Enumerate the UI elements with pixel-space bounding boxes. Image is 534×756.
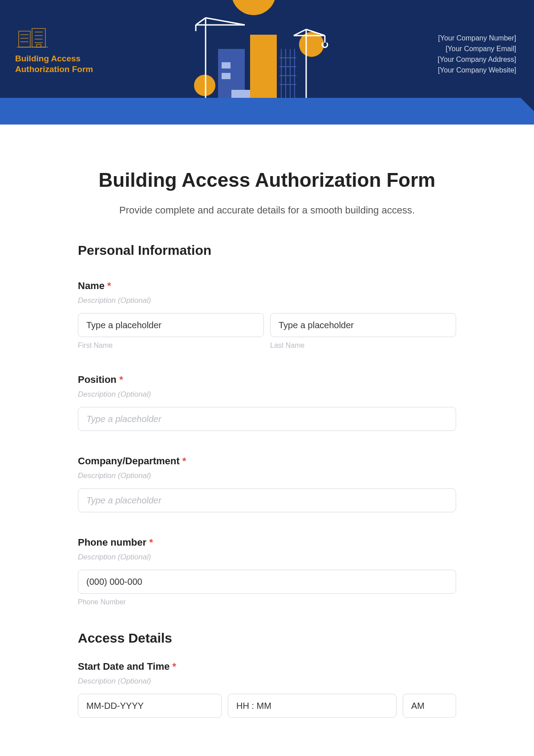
svg-rect-9 [36, 44, 41, 47]
company-number: [Your Company Number] [438, 33, 516, 44]
name-desc: Description (Optional) [78, 296, 456, 305]
required-marker: * [119, 374, 123, 385]
required-marker: * [182, 455, 186, 466]
phone-desc: Description (Optional) [78, 553, 456, 562]
required-marker: * [172, 661, 176, 672]
position-input[interactable] [78, 407, 456, 431]
company-email: [Your Company Email] [438, 44, 516, 54]
company-info: [Your Company Number] [Your Company Emai… [438, 33, 516, 76]
page-subtitle: Provide complete and accurate details fo… [78, 205, 456, 216]
logo-block: Building Access Authorization Form [15, 25, 93, 75]
position-desc: Description (Optional) [78, 390, 456, 399]
last-name-sublabel: Last Name [270, 342, 456, 350]
company-label: Company/Department * [78, 455, 456, 467]
svg-point-11 [231, 0, 276, 15]
form-content: Building Access Authorization Form Provi… [60, 125, 474, 756]
first-name-input[interactable] [78, 313, 264, 337]
field-phone: Phone number * Description (Optional) Ph… [78, 537, 456, 606]
header-banner: Building Access Authorization Form [0, 0, 534, 98]
svg-line-16 [196, 18, 206, 25]
company-input[interactable] [78, 488, 456, 512]
field-name: Name * Description (Optional) First Name… [78, 280, 456, 350]
logo-title: Building Access Authorization Form [15, 53, 93, 75]
company-desc: Description (Optional) [78, 471, 456, 480]
start-ampm-input[interactable] [403, 694, 456, 718]
required-marker: * [107, 280, 111, 291]
hero-illustration-icon [178, 0, 338, 98]
buildings-logo-icon [15, 25, 60, 50]
svg-rect-25 [222, 62, 231, 68]
field-position: Position * Description (Optional) [78, 374, 456, 431]
svg-rect-0 [19, 31, 30, 47]
section-personal-heading: Personal Information [78, 243, 456, 258]
field-company: Company/Department * Description (Option… [78, 455, 456, 512]
svg-rect-28 [250, 35, 277, 98]
svg-rect-26 [222, 73, 231, 79]
required-marker: * [149, 537, 153, 548]
name-label: Name * [78, 280, 456, 292]
company-address: [Your Company Address] [438, 54, 516, 65]
logo-title-line2: Authorization Form [15, 64, 93, 74]
phone-sublabel: Phone Number [78, 598, 456, 606]
page-title: Building Access Authorization Form [78, 169, 456, 191]
header-band [0, 98, 534, 125]
start-label: Start Date and Time * [78, 661, 456, 672]
svg-line-17 [206, 18, 245, 25]
position-label: Position * [78, 374, 456, 386]
phone-input[interactable] [78, 570, 456, 594]
field-start-datetime: Start Date and Time * Description (Optio… [78, 661, 456, 718]
logo-title-line1: Building Access [15, 54, 81, 63]
first-name-sublabel: First Name [78, 342, 264, 350]
section-access-heading: Access Details [78, 631, 456, 646]
phone-label: Phone number * [78, 537, 456, 548]
company-website: [Your Company Website] [438, 65, 516, 76]
start-desc: Description (Optional) [78, 677, 456, 686]
start-time-input[interactable] [228, 694, 396, 718]
svg-point-13 [194, 75, 215, 96]
last-name-input[interactable] [270, 313, 456, 337]
start-date-input[interactable] [78, 694, 222, 718]
